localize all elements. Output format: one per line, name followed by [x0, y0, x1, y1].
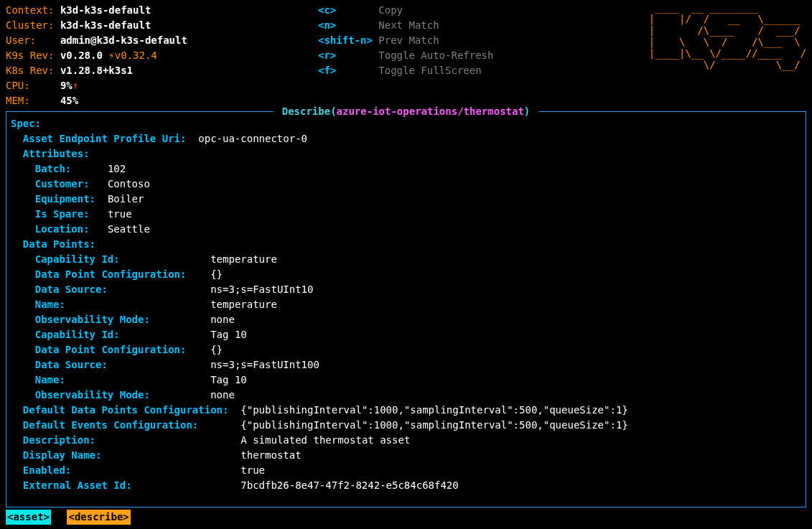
dp-obs-label: Observability Mode:: [35, 314, 150, 325]
panel-title-verb: Describe: [276, 106, 330, 117]
attr-location-label: Location:: [35, 223, 90, 235]
cluster-value: k3d-k3s-default: [60, 19, 151, 31]
dp-obs-label: Observability Mode:: [35, 389, 150, 401]
asset-ep-value: opc-ua-connector-0: [198, 133, 307, 144]
user-value: admin@k3d-k3s-default: [60, 34, 187, 46]
dp-config-value: {}: [210, 268, 223, 280]
dp-name-value: Tag 10: [210, 374, 247, 385]
dp-capid-label: Capability Id:: [35, 329, 120, 340]
default-dp-config-label: Default Data Points Configuration:: [23, 404, 229, 416]
attr-isspare-label: Is Spare:: [35, 208, 90, 220]
attr-batch-label: Batch:: [35, 163, 72, 174]
dp-obs-value: none: [210, 314, 235, 325]
user-label: User:: [6, 34, 36, 46]
description-value: A simulated thermostat asset: [241, 434, 410, 446]
key-action: Prev Match: [378, 34, 439, 46]
header-context-block: Context: k3d-k3s-default Cluster: k3d-k3…: [6, 3, 318, 108]
dp-capid-value: temperature: [210, 253, 277, 265]
default-dp-config-value: {"publishingInterval":1000,"samplingInte…: [241, 404, 627, 416]
cpu-value: 9%: [60, 80, 73, 91]
k9srev-label: K9s Rev:: [6, 50, 54, 61]
dp-obs-value: none: [210, 389, 235, 401]
key-hint: <r>: [318, 50, 336, 61]
datapoints-label: Data Points:: [23, 238, 95, 250]
panel-title-resource: azure-iot-operations/thermostat: [337, 106, 524, 117]
describe-panel[interactable]: Describe(azure-iot-operations/thermostat…: [6, 111, 806, 507]
mem-value: 45%: [60, 95, 78, 106]
k9s-logo: ____ __ ________ | |/ / __ \______ | /\_…: [649, 1, 806, 71]
asset-ep-label: Asset Endpoint Profile Uri:: [23, 133, 187, 144]
attr-batch-value: 102: [108, 163, 126, 174]
breadcrumb-asset[interactable]: <asset>: [6, 510, 51, 525]
default-ev-config-label: Default Events Configuration:: [23, 419, 198, 431]
dp-config-label: Data Point Configuration:: [35, 268, 187, 280]
enabled-value: true: [241, 464, 265, 476]
k8srev-label: K8s Rev:: [6, 65, 54, 76]
key-action: Next Match: [378, 19, 439, 31]
attr-isspare-value: true: [108, 208, 132, 220]
panel-title-close: ): [524, 106, 536, 117]
breadcrumb: <asset> <describe>: [6, 510, 141, 525]
keybinding-list: <c> Copy <n> Next Match <shift-n> Prev M…: [318, 3, 634, 108]
dp-name-label: Name:: [35, 374, 65, 385]
dp-config-label: Data Point Configuration:: [35, 344, 187, 355]
dp-name-value: temperature: [210, 299, 277, 310]
dp-source-label: Data Source:: [35, 359, 108, 370]
attr-equipment-label: Equipment:: [35, 193, 95, 205]
attr-customer-label: Customer:: [35, 178, 90, 189]
lightning-icon: ⚡: [108, 50, 114, 61]
key-action: Copy: [378, 4, 403, 16]
dp-source-value: ns=3;s=FastUInt10: [210, 284, 313, 295]
attributes-label: Attributes:: [23, 148, 90, 159]
dp-source-label: Data Source:: [35, 284, 108, 295]
cluster-label: Cluster:: [6, 19, 54, 31]
cpu-arrow-up-icon: ↑: [73, 80, 78, 91]
breadcrumb-describe[interactable]: <describe>: [67, 510, 130, 525]
attr-equipment-value: Boiler: [108, 193, 144, 205]
context-value: k3d-k3s-default: [60, 4, 151, 16]
display-name-value: thermostat: [241, 449, 301, 461]
context-label: Context:: [6, 4, 54, 16]
dp-name-label: Name:: [35, 299, 65, 310]
enabled-label: Enabled:: [23, 464, 71, 476]
cpu-label: CPU:: [6, 80, 30, 91]
description-label: Description:: [23, 434, 95, 446]
external-asset-id-label: External Asset Id:: [23, 479, 132, 491]
k9srev-update: v0.32.4: [115, 50, 157, 61]
key-action: Toggle FullScreen: [378, 65, 481, 76]
key-hint: <shift-n>: [318, 34, 373, 46]
dp-capid-value: Tag 10: [210, 329, 247, 340]
spec-heading: Spec:: [11, 118, 41, 129]
mem-label: MEM:: [6, 95, 30, 106]
dp-capid-label: Capability Id:: [35, 253, 120, 265]
attr-location-value: Seattle: [108, 223, 150, 235]
dp-config-value: {}: [210, 344, 223, 355]
display-name-label: Display Name:: [23, 449, 102, 461]
dp-source-value: ns=3;s=FastUInt100: [210, 359, 319, 370]
key-action: Toggle Auto-Refresh: [378, 50, 493, 61]
k9srev-value: v0.28.0: [60, 50, 103, 61]
k8srev-value: v1.28.8+k3s1: [60, 65, 133, 76]
key-hint: <n>: [318, 19, 336, 31]
default-ev-config-value: {"publishingInterval":1000,"samplingInte…: [241, 419, 627, 431]
external-asset-id-value: 7bcdfb26-8e47-47f2-8242-e5c84c68f420: [241, 479, 458, 491]
attr-customer-value: Contoso: [108, 178, 150, 189]
key-hint: <c>: [318, 4, 336, 16]
panel-title: Describe(azure-iot-operations/thermostat…: [273, 104, 538, 119]
key-hint: <f>: [318, 65, 336, 76]
